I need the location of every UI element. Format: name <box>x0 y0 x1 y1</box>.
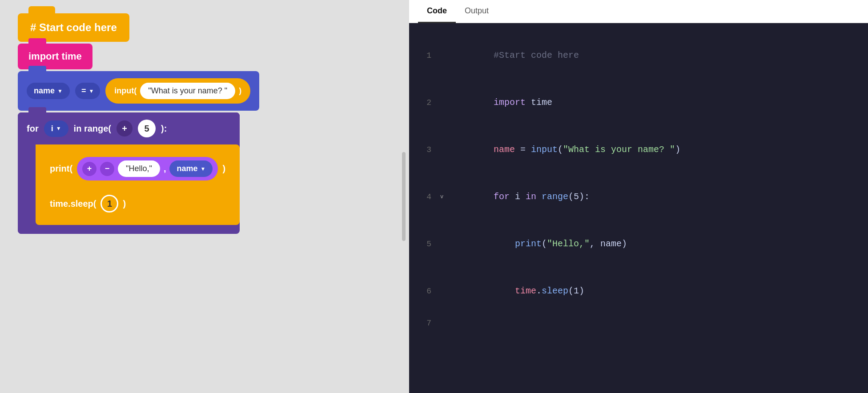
print-string-val[interactable]: "Hello," <box>118 160 160 177</box>
print-label: print( <box>50 164 72 174</box>
eq-dropdown-arrow: ▼ <box>88 88 94 94</box>
line-num-7: 7 <box>418 317 431 330</box>
in-range-label: in range( <box>74 124 111 134</box>
print-var-btn[interactable]: name ▼ <box>169 160 213 177</box>
eq-btn[interactable]: = ▼ <box>75 83 100 99</box>
block-editor-panel: # Start code here import time name ▼ = ▼… <box>0 0 409 393</box>
add-icon: + <box>122 124 127 134</box>
minus-icon: − <box>105 164 110 173</box>
editor-scrollbar[interactable] <box>402 152 406 241</box>
eq-label: = <box>81 86 86 96</box>
sleep-label: time.sleep( <box>50 199 96 209</box>
sleep-block[interactable]: time.sleep( 1 ) <box>42 188 233 219</box>
print-var-label: name <box>177 164 197 173</box>
code-line-2: 2 import time <box>409 79 868 126</box>
code-line-7: 7 <box>409 315 868 332</box>
code-editor[interactable]: 1 #Start code here 2 import time 3 name … <box>409 23 868 393</box>
code-token: #Start code here <box>494 50 579 60</box>
import-block-text: import time <box>28 51 82 62</box>
code-panel: Code Output 1 #Start code here 2 import … <box>409 0 868 393</box>
code-token: import <box>494 97 526 108</box>
sleep-close: ) <box>123 199 126 209</box>
print-var-arrow: ▼ <box>201 166 206 172</box>
input-close-paren: ) <box>239 86 241 96</box>
line-num-4: 4 <box>418 190 431 204</box>
line-num-3: 3 <box>418 143 431 157</box>
assign-block[interactable]: name ▼ = ▼ input( "What is your name? " … <box>18 71 259 111</box>
print-minus-btn[interactable]: − <box>100 162 114 176</box>
for-loop-header[interactable]: for i ▼ in range( + 5 ): <box>18 112 240 144</box>
print-add-btn[interactable]: + <box>82 162 96 176</box>
print-args-block[interactable]: + − "Hello," , name ▼ <box>77 157 218 180</box>
for-var-btn[interactable]: i ▼ <box>44 120 68 137</box>
range-num-val[interactable]: 5 <box>138 120 156 137</box>
input-func-block[interactable]: input( "What is your name? " ) <box>105 78 250 104</box>
code-tabs: Code Output <box>409 0 868 23</box>
input-string-val[interactable]: "What is your name? " <box>140 83 235 99</box>
import-block[interactable]: import time <box>18 44 92 69</box>
for-loop-block[interactable]: for i ▼ in range( + 5 ): print( <box>18 112 240 234</box>
plus-icon: + <box>87 164 92 173</box>
code-line-6: 6 time.sleep(1) <box>409 268 868 315</box>
var-name-label: name <box>34 86 55 96</box>
line-num-5: 5 <box>418 237 431 251</box>
for-var-label: i <box>51 124 53 133</box>
blocks-area: # Start code here import time name ▼ = ▼… <box>18 13 391 234</box>
for-loop-body: print( + − "Hello," , name ▼ <box>36 144 240 225</box>
for-keyword: for <box>27 124 39 134</box>
add-range-btn[interactable]: + <box>117 120 133 136</box>
for-var-arrow: ▼ <box>56 125 61 132</box>
code-line-3: 3 name = input("What is your name? ") <box>409 126 868 173</box>
input-func-label: input( <box>114 86 137 96</box>
tab-code[interactable]: Code <box>418 0 456 23</box>
code-line-4: 4 v for i in range(5): <box>409 173 868 221</box>
for-close: ): <box>161 124 167 134</box>
line-num-2: 2 <box>418 96 431 110</box>
code-line-5: 5 print("Hello,", name) <box>409 221 868 268</box>
print-block[interactable]: print( + − "Hello," , name ▼ <box>42 151 233 187</box>
print-comma: , <box>164 164 166 174</box>
sleep-num-val[interactable]: 1 <box>100 195 118 213</box>
line-num-1: 1 <box>418 49 431 63</box>
var-dropdown-arrow: ▼ <box>57 88 63 94</box>
line-num-6: 6 <box>418 285 431 298</box>
comment-block-text: # Start code here <box>30 21 117 33</box>
tab-output[interactable]: Output <box>456 0 498 23</box>
code-line-1: 1 #Start code here <box>409 32 868 79</box>
comment-block[interactable]: # Start code here <box>18 13 129 42</box>
var-name-btn[interactable]: name ▼ <box>27 83 70 99</box>
for-loop-footer <box>18 225 231 234</box>
print-close: ) <box>222 164 225 174</box>
